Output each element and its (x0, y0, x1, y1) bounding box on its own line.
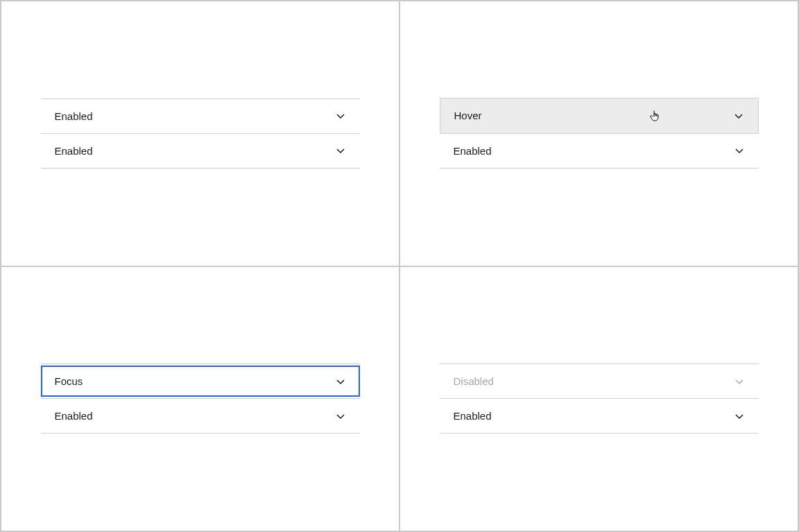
panel-enabled: Enabled Enabled (1, 1, 400, 266)
accordion: Enabled Enabled (41, 98, 360, 169)
chevron-down-icon (734, 411, 745, 422)
row-label: Disabled (454, 375, 734, 387)
accordion: Disabled Enabled (440, 363, 759, 434)
accordion-row-enabled-2[interactable]: Enabled (41, 134, 360, 169)
accordion: Hover Enabled (440, 98, 759, 169)
chevron-down-icon (335, 376, 346, 387)
chevron-down-icon (733, 110, 744, 121)
accordion-row-enabled[interactable]: Enabled (41, 399, 360, 434)
chevron-down-icon (335, 110, 346, 121)
accordion-row-enabled[interactable]: Enabled (440, 134, 759, 169)
accordion-row-focus[interactable]: Focus (41, 364, 360, 399)
accordion-row-disabled: Disabled (440, 364, 759, 399)
state-grid: Enabled Enabled Hover (0, 0, 799, 532)
row-label: Enabled (55, 145, 335, 157)
row-label: Enabled (454, 410, 734, 422)
chevron-down-icon (734, 376, 745, 387)
chevron-down-icon (734, 145, 745, 156)
row-label: Enabled (55, 110, 335, 122)
row-label: Hover (454, 110, 733, 121)
panel-focus: Focus Enabled (1, 266, 400, 532)
chevron-down-icon (335, 145, 346, 156)
accordion-row-enabled[interactable]: Enabled (440, 399, 759, 434)
row-label: Focus (55, 375, 335, 387)
panel-disabled: Disabled Enabled (400, 266, 798, 532)
row-label: Enabled (55, 410, 335, 422)
row-label: Enabled (454, 145, 734, 157)
accordion-row-hover[interactable]: Hover (440, 98, 759, 134)
chevron-down-icon (335, 411, 346, 422)
accordion: Focus Enabled (41, 363, 360, 434)
accordion-row-enabled-1[interactable]: Enabled (41, 99, 360, 134)
panel-hover: Hover Enabled (400, 1, 798, 266)
